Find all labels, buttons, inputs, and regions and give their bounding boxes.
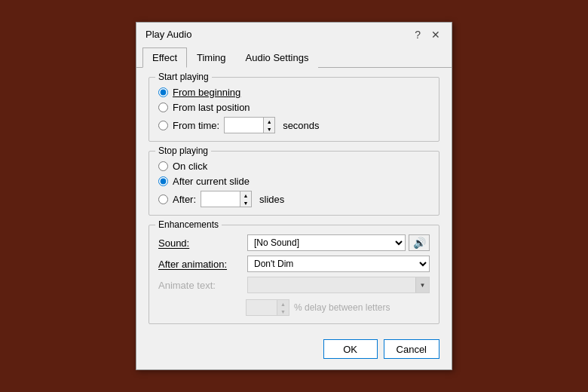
percent-up-arrow: ▲ — [277, 300, 289, 308]
enhancements-legend: Enhancements — [155, 219, 222, 230]
percent-input — [247, 300, 277, 315]
after-slides-row: After: ▲ ▼ slides — [158, 191, 430, 207]
animate-text-select: ▼ — [247, 277, 430, 293]
after-slides-input[interactable] — [201, 191, 240, 207]
stop-playing-radio-group: On click After current slide After: ▲ ▼ — [158, 161, 430, 207]
cancel-button[interactable]: Cancel — [384, 339, 439, 359]
animate-text-label: Animate text: — [158, 280, 241, 291]
dialog-body: Start playing From beginning From last p… — [136, 68, 452, 333]
on-click-label[interactable]: On click — [173, 161, 207, 172]
title-bar-right: ? ✕ — [412, 29, 443, 40]
ok-button[interactable]: OK — [323, 339, 378, 359]
tab-effect[interactable]: Effect — [142, 47, 187, 68]
percent-arrows: ▲ ▼ — [277, 300, 289, 315]
title-bar: Play Audio ? ✕ — [136, 23, 452, 44]
from-time-label[interactable]: From time: — [173, 120, 219, 131]
from-last-label[interactable]: From last position — [173, 102, 250, 113]
percent-spinner: ▲ ▼ — [246, 299, 289, 316]
after-animation-select[interactable]: Don't Dim — [247, 256, 430, 272]
sound-row: [No Sound] 🔊 — [247, 234, 430, 251]
sound-label: Sound: — [158, 237, 241, 249]
after-animation-label: After animation: — [158, 259, 241, 270]
start-playing-radio-group: From beginning From last position From t… — [158, 87, 430, 133]
sound-select-input[interactable]: [No Sound] — [248, 235, 405, 250]
after-slides-radio[interactable] — [158, 194, 168, 204]
after-slides-down-arrow[interactable]: ▼ — [240, 199, 251, 207]
slides-label: slides — [259, 194, 284, 205]
after-slides-arrows: ▲ ▼ — [240, 191, 252, 207]
title-bar-left: Play Audio — [145, 29, 191, 40]
after-slides-up-arrow[interactable]: ▲ — [240, 191, 251, 199]
percent-down-arrow: ▼ — [277, 308, 289, 315]
animate-text-arrow: ▼ — [415, 277, 429, 292]
after-current-label[interactable]: After current slide — [173, 176, 250, 187]
tab-audio-settings[interactable]: Audio Settings — [236, 47, 319, 68]
dialog-title: Play Audio — [145, 29, 191, 40]
from-beginning-row: From beginning — [158, 87, 430, 98]
after-slides-spinner: ▲ ▼ — [201, 191, 252, 207]
dialog-footer: OK Cancel — [136, 333, 452, 369]
close-button[interactable]: ✕ — [429, 29, 443, 40]
tab-bar: Effect Timing Audio Settings — [136, 47, 452, 68]
from-last-radio[interactable] — [158, 103, 168, 112]
from-beginning-label[interactable]: From beginning — [173, 87, 240, 98]
enhancements-grid: Sound: [No Sound] 🔊 After animation: — [158, 234, 430, 316]
seconds-label: seconds — [283, 120, 319, 131]
from-time-radio[interactable] — [158, 121, 168, 130]
after-animation-select-input[interactable]: Don't Dim — [248, 256, 429, 271]
from-time-spinner: ▲ ▼ — [224, 117, 275, 133]
stop-playing-legend: Stop playing — [155, 145, 211, 156]
from-time-row: From time: ▲ ▼ seconds — [158, 117, 430, 133]
from-beginning-radio[interactable] — [158, 87, 168, 97]
on-click-row: On click — [158, 161, 430, 172]
percent-row: ▲ ▼ % delay between letters — [158, 299, 430, 316]
stop-playing-section: Stop playing On click After current slid… — [149, 151, 439, 216]
from-time-arrows: ▲ ▼ — [263, 117, 275, 133]
sound-select[interactable]: [No Sound] — [247, 234, 406, 251]
tab-timing[interactable]: Timing — [187, 47, 236, 68]
animate-text-input — [248, 277, 415, 292]
play-audio-dialog: Play Audio ? ✕ Effect Timing Audio Setti… — [136, 22, 452, 370]
from-last-row: From last position — [158, 102, 430, 113]
after-slides-label[interactable]: After: — [173, 194, 196, 205]
speaker-icon: 🔊 — [413, 237, 426, 249]
after-current-row: After current slide — [158, 176, 430, 187]
from-time-up-arrow[interactable]: ▲ — [264, 118, 274, 125]
enhancements-section: Enhancements Sound: [No Sound] 🔊 After a… — [149, 225, 439, 324]
start-playing-section: Start playing From beginning From last p… — [149, 77, 439, 142]
sound-preview-button[interactable]: 🔊 — [409, 234, 430, 251]
start-playing-legend: Start playing — [155, 72, 212, 82]
from-time-input[interactable] — [224, 117, 263, 133]
from-time-down-arrow[interactable]: ▼ — [264, 125, 274, 133]
on-click-radio[interactable] — [158, 161, 168, 171]
after-current-radio[interactable] — [158, 176, 168, 186]
help-button[interactable]: ? — [412, 29, 423, 40]
percent-label: % delay between letters — [294, 302, 390, 313]
